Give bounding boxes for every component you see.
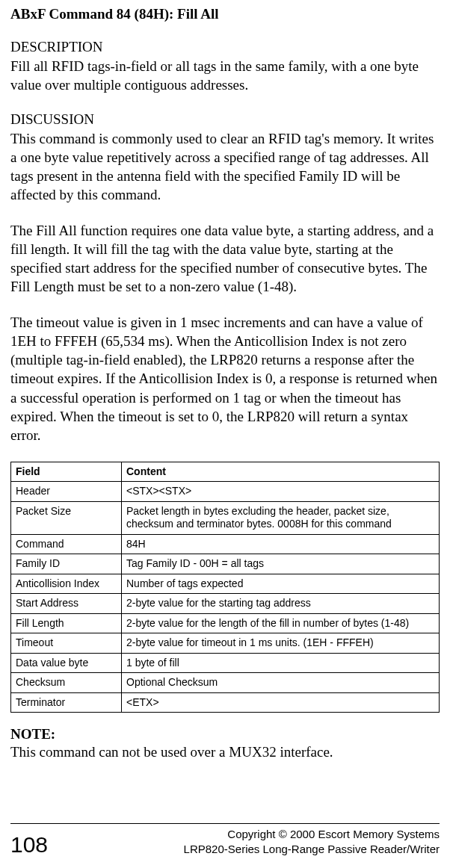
table-cell-field: Header <box>11 482 122 502</box>
discussion-p2: The Fill All function requires one data … <box>10 221 440 297</box>
table-cell-content: <STX><STX> <box>122 482 440 502</box>
footer-line2: LRP820-Series Long-Range Passive Reader/… <box>184 842 440 857</box>
table-row: Header<STX><STX> <box>11 482 440 502</box>
table-row: Command84H <box>11 534 440 554</box>
table-row: Terminator<ETX> <box>11 692 440 713</box>
table-row: Fill Length2-byte value for the length o… <box>11 613 440 633</box>
page-title: ABxF Command 84 (84H): Fill All <box>10 6 440 22</box>
table-header-content: Content <box>122 462 440 482</box>
description-heading: DESCRIPTION <box>10 39 440 55</box>
discussion-heading: DISCUSSION <box>10 111 440 128</box>
table-cell-field: Timeout <box>11 633 122 654</box>
table-row: Start Address2-byte value for the starti… <box>11 594 440 614</box>
table-row: Data value byte1 byte of fill <box>11 653 440 673</box>
table-cell-field: Family ID <box>11 554 122 574</box>
note-text: This command can not be used over a MUX3… <box>10 744 440 760</box>
discussion-p1: This command is commonly used to clear a… <box>10 129 440 205</box>
table-cell-content: 84H <box>122 534 440 554</box>
table-cell-field: Checksum <box>11 673 122 693</box>
table-header-row: Field Content <box>11 462 440 482</box>
table-header-field: Field <box>11 462 122 482</box>
footer-text: Copyright © 2000 Escort Memory Systems L… <box>184 827 440 856</box>
table-cell-field: Data value byte <box>11 653 122 673</box>
table-cell-field: Anticollision Index <box>11 574 122 594</box>
table-cell-field: Terminator <box>11 692 122 713</box>
page-number: 108 <box>10 834 48 856</box>
table-cell-content: Tag Family ID - 00H = all tags <box>122 554 440 574</box>
table-row: Family IDTag Family ID - 00H = all tags <box>11 554 440 574</box>
table-cell-content: 2-byte value for the starting tag addres… <box>122 594 440 614</box>
fields-table: Field Content Header<STX><STX>Packet Siz… <box>10 462 440 713</box>
footer-rule <box>10 823 440 824</box>
table-cell-content: 1 byte of fill <box>122 653 440 673</box>
table-row: Timeout2-byte value for timeout in 1 ms … <box>11 633 440 654</box>
table-cell-content: Packet length in bytes excluding the hea… <box>122 501 440 534</box>
page-footer: 108 Copyright © 2000 Escort Memory Syste… <box>10 823 440 856</box>
table-cell-content: Number of tags expected <box>122 574 440 594</box>
table-cell-field: Fill Length <box>11 613 122 633</box>
footer-line1: Copyright © 2000 Escort Memory Systems <box>184 827 440 842</box>
table-row: Packet SizePacket length in bytes exclud… <box>11 501 440 534</box>
table-row: ChecksumOptional Checksum <box>11 673 440 693</box>
table-cell-content: Optional Checksum <box>122 673 440 693</box>
description-text: Fill all RFID tags-in-field or all tags … <box>10 57 440 95</box>
table-cell-content: <ETX> <box>122 692 440 713</box>
table-cell-content: 2-byte value for timeout in 1 ms units. … <box>122 633 440 654</box>
table-cell-field: Start Address <box>11 594 122 614</box>
table-row: Anticollision IndexNumber of tags expect… <box>11 574 440 594</box>
table-cell-field: Packet Size <box>11 501 122 534</box>
note-heading: NOTE: <box>10 726 440 743</box>
discussion-p3: The timeout value is given in 1 msec inc… <box>10 313 440 445</box>
table-cell-content: 2-byte value for the length of the fill … <box>122 613 440 633</box>
table-cell-field: Command <box>11 534 122 554</box>
